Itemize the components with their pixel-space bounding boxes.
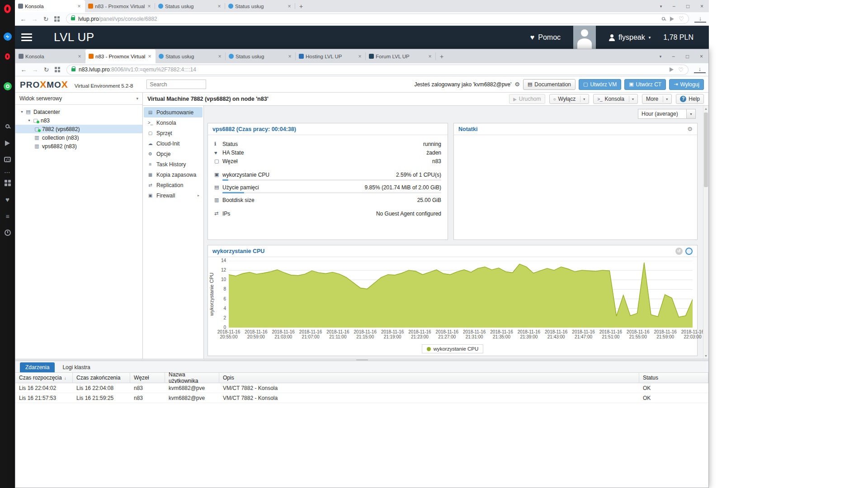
- tab-close-icon[interactable]: ×: [77, 53, 82, 60]
- browser-tab-status-1[interactable]: Status usług ×: [155, 0, 225, 12]
- whatsapp-icon[interactable]: [0, 80, 15, 93]
- tab-close-icon[interactable]: ×: [357, 53, 363, 60]
- personal-news-icon[interactable]: ≡: [0, 210, 15, 223]
- my-flow-send-icon[interactable]: [0, 136, 15, 150]
- menu-item-console[interactable]: >_Konsola: [144, 117, 203, 128]
- opera-menu-icon[interactable]: [0, 2, 15, 15]
- downloads-icon[interactable]: ↓: [694, 66, 706, 73]
- logout-button[interactable]: ⇥Wyloguj: [669, 79, 704, 90]
- bookmarks-heart-icon[interactable]: ♥: [0, 192, 15, 206]
- more-button[interactable]: More▾: [642, 94, 672, 104]
- column-end-time[interactable]: Czas zakończenia: [73, 373, 130, 383]
- expander-icon[interactable]: ▾: [19, 110, 25, 114]
- tree-item-vm-7882[interactable]: ▢ 7882 (vps6882): [15, 125, 142, 133]
- forward-icon[interactable]: →: [29, 15, 40, 23]
- brand-logo[interactable]: LVL UP: [54, 30, 94, 44]
- browser-tab-proxmox[interactable]: n83 - Proxmox Virtual Env ×: [85, 0, 155, 12]
- share-icon[interactable]: [670, 67, 674, 72]
- speed-dial-home-icon[interactable]: [55, 67, 60, 72]
- browser-tab-status-1[interactable]: Status usług ×: [156, 49, 226, 63]
- tab-close-icon[interactable]: ×: [287, 53, 292, 60]
- reload-icon[interactable]: ↻: [40, 15, 52, 23]
- split-menu-icon[interactable]: ▾: [629, 96, 634, 102]
- menu-item-backup[interactable]: ▦Kopia zapasowa: [144, 169, 203, 180]
- downloads-icon[interactable]: ↓: [694, 15, 706, 23]
- create-vm-button[interactable]: ▢Utwórz VM: [579, 79, 621, 90]
- back-icon[interactable]: ←: [18, 66, 29, 73]
- table-row[interactable]: Lis 16 21:57:53 Lis 16 21:59:25 n83 kvm6…: [15, 393, 708, 403]
- vertical-scrollbar[interactable]: ▲ ▼: [703, 106, 708, 359]
- opera-badge-icon[interactable]: [0, 50, 15, 63]
- combo-trigger-icon[interactable]: ▾: [686, 109, 695, 118]
- tab-close-icon[interactable]: ×: [287, 3, 292, 9]
- new-tab-button[interactable]: +: [436, 49, 448, 63]
- chart-tool-icon[interactable]: [685, 248, 693, 255]
- window-close-icon[interactable]: ×: [695, 3, 709, 9]
- scrollbar-thumb[interactable]: [704, 113, 708, 187]
- scroll-up-icon[interactable]: ▲: [703, 106, 708, 112]
- address-bar[interactable]: lvlup.pro /panel/vps/console/6882 ♡: [66, 14, 689, 24]
- history-clock-icon[interactable]: [0, 226, 15, 239]
- create-ct-button[interactable]: ▣Utwórz CT: [624, 79, 666, 90]
- new-tab-button[interactable]: +: [295, 0, 307, 12]
- secure-lock-icon[interactable]: [71, 17, 75, 20]
- browser-tab-konsola[interactable]: Konsola ×: [15, 49, 85, 63]
- menu-item-hardware[interactable]: ▢Sprzęt: [144, 128, 203, 138]
- window-maximize-icon[interactable]: □: [680, 53, 694, 60]
- menu-item-firewall[interactable]: ▣Firewall▸: [144, 190, 203, 201]
- tab-close-icon[interactable]: ×: [76, 3, 82, 9]
- column-user[interactable]: Nazwa użytkownika: [165, 373, 219, 383]
- speed-dial-icon[interactable]: [0, 176, 15, 190]
- console-button[interactable]: >_Konsola▾: [593, 94, 638, 104]
- menu-item-replication[interactable]: ⇄Replication: [144, 180, 203, 190]
- shutdown-button[interactable]: ○Wyłącz▾: [549, 94, 590, 104]
- chart-undo-zoom-icon[interactable]: ↺: [675, 248, 683, 255]
- back-icon[interactable]: ←: [18, 15, 29, 23]
- messenger-icon[interactable]: [0, 30, 15, 43]
- table-row[interactable]: Lis 16 22:04:02 Lis 16 22:04:08 n83 kvm6…: [15, 383, 708, 393]
- tree-item-datacenter[interactable]: ▾ ▤ Datacenter: [15, 108, 142, 116]
- menu-item-task-history[interactable]: ≡Task History: [144, 159, 203, 169]
- forward-icon[interactable]: →: [29, 66, 41, 73]
- tab-menu-icon[interactable]: ▾: [655, 54, 666, 59]
- bookmark-heart-icon[interactable]: ♡: [678, 66, 684, 73]
- menu-item-summary[interactable]: ▤Podsumowanie: [144, 107, 203, 117]
- tab-tasks[interactable]: Zdarzenia: [20, 362, 55, 372]
- window-close-icon[interactable]: ×: [694, 53, 708, 60]
- secure-lock-icon[interactable]: [71, 68, 75, 71]
- search-input[interactable]: [146, 80, 206, 89]
- tab-close-icon[interactable]: ×: [217, 3, 222, 9]
- window-minimize-icon[interactable]: −: [667, 3, 681, 9]
- browser-tab-status-2[interactable]: Status usług ×: [226, 49, 296, 63]
- tree-item-storage-vps6882[interactable]: ▥ vps6882 (n83): [15, 142, 142, 150]
- search-icon[interactable]: [0, 119, 15, 133]
- legend-item[interactable]: wykorzystanie CPU: [422, 344, 484, 353]
- help-link[interactable]: ♥ Pomoc: [530, 33, 561, 42]
- split-menu-icon[interactable]: ▾: [580, 96, 585, 102]
- column-node[interactable]: Węzeł: [130, 373, 165, 383]
- address-bar[interactable]: n83.lvlup.pro :8006/#v1:0:=qemu%2F7882:4…: [66, 65, 689, 75]
- balance[interactable]: 1,78 PLN: [663, 33, 693, 42]
- start-button[interactable]: ▶Uruchom: [509, 94, 545, 104]
- notes-edit-gear-icon[interactable]: ⚙: [687, 126, 693, 132]
- tree-item-node-n83[interactable]: ▾ ▢ n83: [15, 116, 142, 125]
- hamburger-menu-icon[interactable]: [21, 32, 33, 43]
- browser-tab-status-2[interactable]: Status usług ×: [225, 0, 295, 12]
- tab-close-icon[interactable]: ×: [427, 53, 433, 60]
- user-menu[interactable]: flyspeak ▾: [609, 33, 651, 42]
- snapshot-camera-icon[interactable]: [0, 153, 15, 166]
- tree-view-selector[interactable]: Widok serwerowy ▾: [15, 93, 142, 105]
- avatar[interactable]: [573, 26, 596, 49]
- reload-icon[interactable]: ↻: [41, 66, 52, 73]
- column-description[interactable]: Opis: [219, 373, 639, 383]
- expander-icon[interactable]: ▾: [26, 118, 32, 122]
- bookmark-heart-icon[interactable]: ♡: [679, 15, 684, 22]
- menu-item-cloudinit[interactable]: ☁Cloud-Init: [144, 138, 203, 149]
- window-maximize-icon[interactable]: □: [681, 3, 695, 9]
- user-settings-gear-icon[interactable]: ⚙: [514, 81, 520, 88]
- share-icon[interactable]: [670, 17, 674, 21]
- browser-tab-hosting[interactable]: Hosting LVL UP ×: [296, 49, 366, 63]
- tab-close-icon[interactable]: ×: [217, 53, 222, 60]
- tab-menu-icon[interactable]: ▾: [655, 4, 667, 9]
- time-range-combo[interactable]: Hour (average) ▾: [638, 109, 696, 119]
